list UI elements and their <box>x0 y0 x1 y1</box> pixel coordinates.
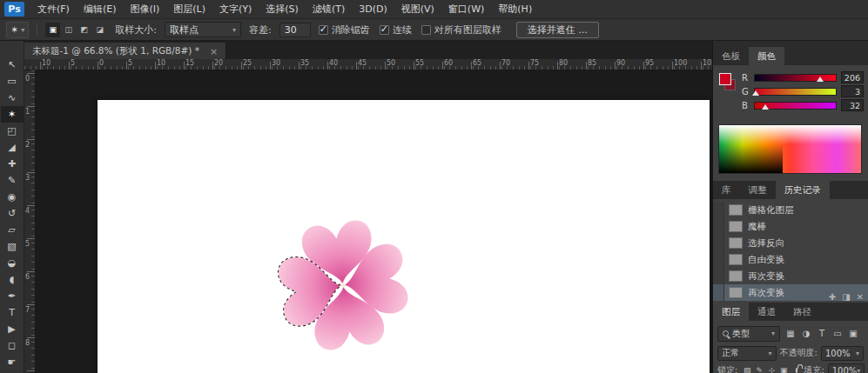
crop-tool[interactable]: ◰ <box>1 123 24 139</box>
tolerance-input[interactable]: 30 <box>279 23 311 37</box>
history-brush-source-box[interactable] <box>713 251 724 268</box>
history-item[interactable]: 魔棒 <box>713 218 868 235</box>
blur-tool[interactable]: ◒ <box>1 255 24 271</box>
history-brush-source-box[interactable] <box>713 202 724 218</box>
lock-option-button[interactable]: ✎ <box>753 364 765 373</box>
option-checkbox[interactable]: 消除锯齿 <box>319 23 370 37</box>
menu-item[interactable]: 编辑(E) <box>77 0 124 19</box>
opacity-select[interactable]: 100% ▾ <box>821 346 864 361</box>
history-brush-source-box[interactable] <box>713 218 724 235</box>
menu-item[interactable]: 文字(Y) <box>212 0 259 19</box>
clone-stamp-tool[interactable]: ◉ <box>1 189 24 205</box>
color-spectrum[interactable] <box>718 124 862 174</box>
tab-color[interactable]: 颜色 <box>749 47 784 65</box>
history-brush-tool[interactable]: ↺ <box>1 205 24 222</box>
layer-filter-button[interactable]: ▭ <box>831 327 844 341</box>
channel-slider[interactable] <box>754 102 837 110</box>
lock-option-button[interactable]: ⊹ <box>765 364 777 373</box>
history-item[interactable]: 选择反向 <box>713 235 868 251</box>
eyedropper-tool[interactable]: ◢ <box>1 139 24 156</box>
channel-value-input[interactable]: 3 <box>841 85 864 97</box>
layer-filter-button[interactable]: T <box>815 327 829 341</box>
history-item[interactable]: 栅格化图层 <box>713 202 868 218</box>
type-tool[interactable]: T <box>1 304 24 321</box>
document-tab[interactable]: 未标题-1 @ 66.8% (形状 1, RGB/8#) * × <box>24 43 226 61</box>
ruler-number: 0 <box>25 75 30 83</box>
option-checkbox[interactable]: 连续 <box>380 23 412 37</box>
selection-mode-button[interactable]: ▣ <box>45 23 60 37</box>
brush-tool[interactable]: ✎ <box>1 172 24 189</box>
layer-filter-button[interactable]: ◑ <box>799 327 813 341</box>
channel-value-input[interactable]: 206 <box>841 71 864 83</box>
vertical-ruler[interactable]: 012345678 <box>24 70 36 373</box>
option-checkbox[interactable]: 对所有图层取样 <box>421 23 501 37</box>
fill-select[interactable]: 100% ▾ <box>828 363 865 373</box>
path-select-tool[interactable]: ▶ <box>1 321 24 337</box>
selection-mode-button[interactable]: ◩ <box>77 23 91 37</box>
eraser-tool[interactable]: ▱ <box>1 222 24 238</box>
pen-tool[interactable]: ✒ <box>1 288 24 304</box>
document-tab-bar: 未标题-1 @ 66.8% (形状 1, RGB/8#) * × <box>24 41 712 59</box>
history-brush-source-box[interactable] <box>713 235 724 251</box>
move-tool[interactable]: ↖ <box>1 57 24 73</box>
sample-size-dropdown[interactable]: 取样点 ▾ <box>165 22 241 37</box>
magic-wand-tool[interactable]: ✶ <box>1 106 24 123</box>
history-item[interactable]: 自由变换 <box>713 251 868 268</box>
menu-item[interactable]: 视图(V) <box>394 0 441 19</box>
menu-item[interactable]: 滤镜(T) <box>306 0 352 19</box>
color-panel-tabs: 色板 颜色 <box>713 47 868 65</box>
history-footer-icon[interactable]: ✚ <box>829 292 836 302</box>
channel-slider[interactable] <box>754 88 837 96</box>
slider-marker[interactable] <box>752 90 759 96</box>
history-item[interactable]: 再次变换 <box>713 268 868 284</box>
lasso-tool[interactable]: ∿ <box>1 90 24 106</box>
layer-filter-type-dropdown[interactable]: 类型 ▾ <box>717 326 780 342</box>
menu-item[interactable]: 文件(F) <box>30 0 77 19</box>
menu-item[interactable]: 图像(I) <box>123 0 166 19</box>
gradient-tool[interactable]: ▧ <box>1 238 24 255</box>
menu-item[interactable]: 帮助(H) <box>491 0 539 19</box>
lock-option-button[interactable]: ▣ <box>777 364 790 373</box>
slider-marker[interactable] <box>762 104 769 110</box>
history-brush-source-box[interactable] <box>713 268 724 284</box>
close-tab-icon[interactable]: × <box>210 46 218 57</box>
tab-channels[interactable]: 通道 <box>749 303 784 321</box>
select-and-mask-button[interactable]: 选择并遮住 ... <box>516 22 599 38</box>
slider-marker[interactable] <box>817 77 824 82</box>
canvas-area[interactable] <box>36 70 712 373</box>
horizontal-ruler[interactable]: 1050510152025303540455055606570758085909… <box>24 59 712 70</box>
menu-item[interactable]: 3D(D) <box>352 0 394 19</box>
tool-preset-dropdown[interactable]: ✶ ▾ <box>6 22 29 38</box>
dodge-tool[interactable]: ◖ <box>1 271 24 288</box>
history-footer-icon[interactable]: ✕ <box>857 292 864 302</box>
ruler-number: 95 <box>645 59 654 67</box>
tab-adjustments[interactable]: 调整 <box>740 181 776 199</box>
selection-mode-button[interactable]: ◪ <box>92 23 107 37</box>
menu-item[interactable]: 选择(S) <box>259 0 306 19</box>
lock-option-button[interactable]: ▨ <box>741 364 753 373</box>
layer-filter-button[interactable]: ▦ <box>784 327 797 341</box>
hand-tool[interactable]: ☛ <box>1 354 24 370</box>
sample-size-value: 取样点 <box>170 23 198 37</box>
rect-marquee-tool[interactable]: ▭ <box>1 73 24 90</box>
document-canvas[interactable] <box>98 100 710 373</box>
shape-tool[interactable]: ◻ <box>1 337 24 354</box>
channel-slider[interactable] <box>754 74 837 82</box>
foreground-color-swatch[interactable] <box>719 73 731 85</box>
menu-item[interactable]: 窗口(W) <box>441 0 491 19</box>
tab-paths[interactable]: 路径 <box>784 303 820 321</box>
selection-mode-button[interactable]: ◫ <box>61 23 76 37</box>
tab-swatches[interactable]: 色板 <box>713 47 749 65</box>
lock-all-icon[interactable] <box>796 368 797 373</box>
layer-filter-button[interactable]: ▣ <box>846 327 860 341</box>
history-footer-icon[interactable]: ◨ <box>842 292 850 302</box>
spot-healing-tool[interactable]: ✚ <box>1 156 24 172</box>
tab-libraries[interactable]: 库 <box>713 181 740 199</box>
menu-item[interactable]: 图层(L) <box>166 0 212 19</box>
blend-mode-select[interactable]: 正常 ▾ <box>717 346 777 361</box>
history-brush-source-box[interactable] <box>713 284 724 301</box>
tab-history[interactable]: 历史记录 <box>776 181 830 199</box>
flower-artwork[interactable] <box>278 220 408 350</box>
channel-value-input[interactable]: 32 <box>841 99 864 111</box>
tab-layers[interactable]: 图层 <box>713 303 749 321</box>
